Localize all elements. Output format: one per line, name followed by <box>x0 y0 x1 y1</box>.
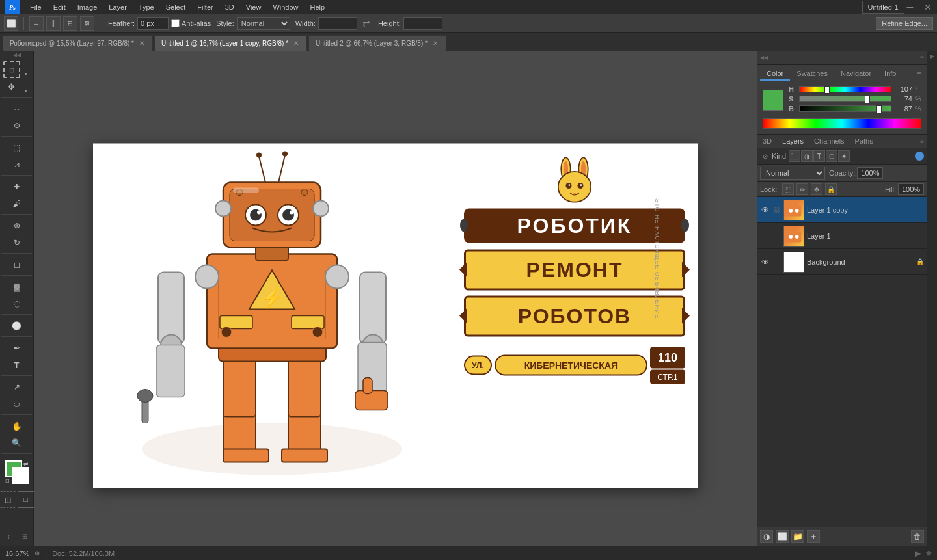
zoom-icon[interactable]: ⊕ <box>34 550 40 557</box>
lock-all-btn[interactable]: 🔒 <box>825 183 837 195</box>
filter-shape-icon[interactable]: ⬡ <box>826 150 837 162</box>
lock-image-btn[interactable]: ✏ <box>796 183 808 195</box>
layer-item-layer1copy[interactable]: 👁 ⛓ Layer 1 copy <box>757 197 927 223</box>
zoom-tool[interactable]: 🔍 <box>8 434 25 451</box>
layer-visibility-eye[interactable]: 👁 <box>760 231 770 241</box>
path-select-tool[interactable]: ↗ <box>8 379 25 395</box>
swatches-tab[interactable]: Swatches <box>790 68 834 81</box>
color-spectrum[interactable] <box>763 118 921 129</box>
filter-toggle-icon[interactable]: ⊘ <box>760 151 770 161</box>
refine-edge-button[interactable]: Refine Edge... <box>876 17 933 30</box>
hue-slider[interactable] <box>799 86 891 92</box>
menu-file[interactable]: File <box>25 2 47 12</box>
navigator-tab[interactable]: Navigator <box>834 68 878 81</box>
crop-tool[interactable]: ⬚ <box>8 139 25 156</box>
channels-tab[interactable]: Channels <box>811 136 847 146</box>
menu-window[interactable]: Window <box>267 2 303 12</box>
menu-3d[interactable]: 3D <box>220 2 239 12</box>
menu-type[interactable]: Type <box>133 2 159 12</box>
style-select[interactable]: Normal Fixed Ratio Fixed Size <box>237 17 290 30</box>
saturation-slider[interactable] <box>799 96 891 102</box>
tab-close-icon[interactable]: ✕ <box>292 40 300 47</box>
maximize-btn[interactable]: □ <box>916 2 921 12</box>
quick-mask-icon[interactable]: ◫ <box>0 491 16 508</box>
lasso-tool[interactable]: ⌢ <box>8 100 25 117</box>
quick-select-tool[interactable]: ⊙ <box>8 117 25 134</box>
width-input[interactable] <box>318 17 357 30</box>
panel-bottom-arrow[interactable]: ↕ <box>1 527 16 544</box>
menu-select[interactable]: Select <box>161 2 191 12</box>
canvas-area[interactable]: ⚡ <box>34 51 757 546</box>
background-color[interactable] <box>12 467 29 484</box>
reset-colors-icon[interactable]: ⊡ <box>5 478 10 484</box>
minimize-btn[interactable]: ─ <box>907 2 914 12</box>
menu-filter[interactable]: Filter <box>192 2 218 12</box>
eyedropper-tool[interactable]: ⊿ <box>8 156 25 173</box>
panel-menu-extra[interactable]: ≡ <box>915 68 924 81</box>
layer-visibility-eye[interactable]: 👁 <box>760 205 770 215</box>
paths-tab[interactable]: Paths <box>852 136 876 146</box>
menu-help[interactable]: Help <box>305 2 331 12</box>
single-column-icon[interactable]: ║ <box>46 16 61 31</box>
menu-image[interactable]: Image <box>72 2 103 12</box>
history-tool[interactable]: ↻ <box>8 234 25 251</box>
menu-edit[interactable]: Edit <box>48 2 71 12</box>
color-tab[interactable]: Color <box>760 68 790 81</box>
panel-bottom-expand[interactable]: ⊞ <box>18 527 33 544</box>
canvas-document[interactable]: ⚡ <box>93 143 698 488</box>
dodge-tool[interactable]: ⚪ <box>8 317 25 334</box>
filter-type-icon[interactable]: T <box>813 150 825 162</box>
info-tab[interactable]: Info <box>878 68 903 81</box>
panel-arrow-left[interactable]: ◀◀ <box>13 52 21 58</box>
layer-item-background[interactable]: 👁 Background 🔒 <box>757 249 927 275</box>
anti-alias-checkbox[interactable] <box>171 19 180 27</box>
pen-tool[interactable]: ✒ <box>8 340 25 356</box>
add-group-btn[interactable]: 📁 <box>791 530 804 543</box>
screen-mode-icon[interactable]: □ <box>18 491 34 508</box>
tab-untitled1[interactable]: Untitled-1 @ 16,7% (Layer 1 copy, RGB/8)… <box>154 35 307 51</box>
delete-layer-btn[interactable]: 🗑 <box>911 530 924 543</box>
marquee-tool[interactable]: ⊡ <box>3 61 20 78</box>
tab-close-icon[interactable]: ✕ <box>431 40 439 47</box>
tab-robotik[interactable]: Роботик.psd @ 15,5% (Layer 97, RGB/8) * … <box>3 35 153 51</box>
layers-tab[interactable]: Layers <box>780 136 806 146</box>
hand-tool[interactable]: ✋ <box>8 418 25 434</box>
tab-close-icon[interactable]: ✕ <box>138 40 146 47</box>
tab-untitled2[interactable]: Untitled-2 @ 66,7% (Layer 3, RGB/8) * ✕ <box>308 35 446 51</box>
lock-pixels-btn[interactable]: ⬚ <box>782 183 794 195</box>
swap-colors-icon[interactable]: ⇄ <box>23 460 29 467</box>
panel-collapse-arrows[interactable]: ◀◀ <box>760 55 768 60</box>
filter-on-indicator[interactable] <box>915 152 924 161</box>
gradient-tool[interactable]: ▓ <box>8 278 25 295</box>
tool-marquee-icon[interactable]: ⬜ <box>4 16 18 31</box>
layer-visibility-eye[interactable]: 👁 <box>760 257 770 267</box>
brightness-slider[interactable] <box>799 105 891 112</box>
shape-tool[interactable]: ⬭ <box>8 395 25 412</box>
single-row-icon[interactable]: ═ <box>29 16 44 31</box>
status-arrow-right[interactable]: ▶ <box>915 549 921 558</box>
status-menu-icon[interactable]: ⬟ <box>926 550 932 557</box>
clone-tool[interactable]: ⊕ <box>8 217 25 234</box>
opacity-input[interactable] <box>857 167 883 179</box>
menu-view[interactable]: View <box>241 2 267 12</box>
brush-tool[interactable]: 🖌 <box>8 195 25 212</box>
blur-tool[interactable]: ◌ <box>8 295 25 312</box>
swap-dimensions-icon[interactable]: ⇄ <box>360 18 373 29</box>
fill-input[interactable] <box>898 183 924 195</box>
height-input[interactable] <box>403 17 442 30</box>
lock-position-btn[interactable]: ✥ <box>811 183 822 195</box>
add-mask-btn[interactable]: ⬜ <box>776 530 789 543</box>
feather-input[interactable] <box>137 17 169 30</box>
panel-menu-icon[interactable]: ≡ <box>920 54 924 61</box>
type-tool[interactable]: T <box>8 356 25 373</box>
layers-panel-menu[interactable]: ≡ <box>920 138 924 145</box>
healing-tool[interactable]: ✚ <box>8 178 25 195</box>
move-tool[interactable]: ✥ <box>3 78 20 95</box>
layer-item-layer1[interactable]: 👁 Layer 1 <box>757 223 927 249</box>
add-layer-btn[interactable]: + <box>807 530 820 543</box>
right-collapse-strip[interactable]: ▶ <box>927 51 937 546</box>
filter-pixel-icon[interactable]: ⬛ <box>789 150 800 162</box>
3d-tab[interactable]: 3D <box>760 136 774 146</box>
menu-layer[interactable]: Layer <box>103 2 132 12</box>
add-adjustment-btn[interactable]: ◑ <box>760 530 773 543</box>
